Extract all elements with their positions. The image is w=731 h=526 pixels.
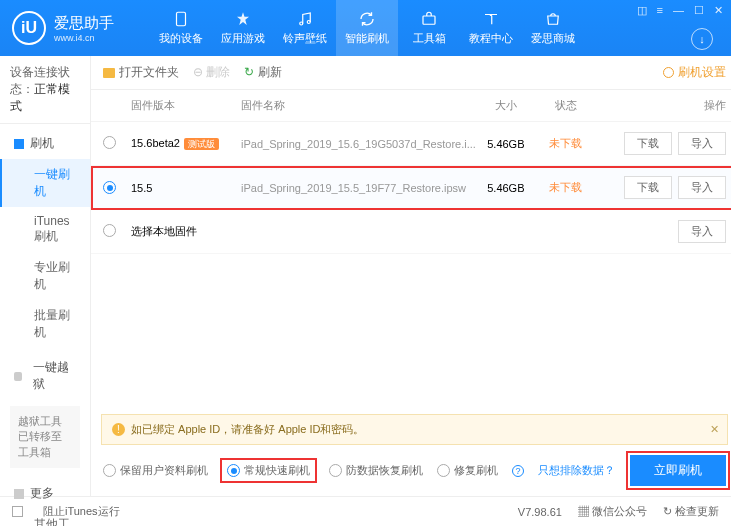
nav-apps[interactable]: 应用游戏 [212, 0, 274, 56]
beta-tag: 测试版 [184, 138, 219, 150]
warning-icon: ! [112, 423, 125, 436]
close-notice-icon[interactable]: ✕ [710, 423, 719, 436]
mode-keep-data[interactable]: 保留用户资料刷机 [103, 463, 208, 478]
gear-icon [663, 67, 674, 78]
sidebar-item-oneclick[interactable]: 一键刷机 [0, 159, 90, 207]
sidebar-group-jailbreak[interactable]: 一键越狱 [0, 352, 90, 400]
mode-repair[interactable]: 修复刷机 [437, 463, 498, 478]
svg-rect-3 [423, 16, 435, 24]
nav-flash[interactable]: 智能刷机 [336, 0, 398, 56]
refresh-button[interactable]: ↻ 刷新 [244, 64, 281, 81]
info-icon[interactable]: ? [512, 465, 524, 477]
local-firmware-row[interactable]: 选择本地固件 导入 [91, 210, 731, 254]
nav-ringtones[interactable]: 铃声壁纸 [274, 0, 336, 56]
svg-rect-0 [177, 12, 186, 26]
version-label: V7.98.61 [518, 506, 562, 518]
app-url: www.i4.cn [54, 33, 114, 43]
th-version: 固件版本 [131, 98, 241, 113]
maximize-icon[interactable]: ☐ [692, 4, 706, 17]
app-name: 爱思助手 [54, 14, 114, 33]
download-indicator-icon[interactable]: ↓ [691, 28, 713, 50]
exclude-data-link[interactable]: 只想排除数据？ [538, 463, 615, 478]
skin-icon[interactable]: ◫ [635, 4, 649, 17]
nav-tutorials[interactable]: 教程中心 [460, 0, 522, 56]
firmware-row[interactable]: 15.6beta2测试版 iPad_Spring_2019_15.6_19G50… [91, 122, 731, 166]
jailbreak-note: 越狱工具已转移至工具箱 [10, 406, 80, 468]
sidebar-item-itunes[interactable]: iTunes刷机 [0, 207, 90, 252]
sidebar-group-flash[interactable]: 刷机 [0, 128, 90, 159]
row-radio[interactable] [103, 136, 116, 149]
wechat-link[interactable]: ▦ 微信公众号 [578, 504, 647, 519]
flash-now-button[interactable]: 立即刷机 [630, 455, 726, 486]
flash-settings-button[interactable]: 刷机设置 [663, 64, 726, 81]
delete-button: ⊖ 删除 [193, 64, 230, 81]
open-folder-button[interactable]: 打开文件夹 [103, 64, 179, 81]
svg-point-1 [300, 22, 303, 25]
app-logo: iU [12, 11, 46, 45]
nav-shop[interactable]: 爱思商城 [522, 0, 584, 56]
import-button[interactable]: 导入 [678, 220, 726, 243]
svg-point-2 [307, 21, 310, 24]
download-button[interactable]: 下载 [624, 132, 672, 155]
import-button[interactable]: 导入 [678, 176, 726, 199]
sidebar-item-batch[interactable]: 批量刷机 [0, 300, 90, 348]
row-radio[interactable] [103, 181, 116, 194]
mode-normal[interactable]: 常规快速刷机 [222, 460, 315, 481]
th-size: 大小 [476, 98, 536, 113]
block-itunes-checkbox[interactable] [12, 506, 23, 517]
check-update-link[interactable]: ↻ 检查更新 [663, 504, 719, 519]
close-icon[interactable]: ✕ [712, 4, 725, 17]
block-itunes-label: 阻止iTunes运行 [43, 504, 120, 519]
menu-icon[interactable]: ≡ [655, 4, 665, 17]
import-button[interactable]: 导入 [678, 132, 726, 155]
appleid-notice: ! 如已绑定 Apple ID，请准备好 Apple ID和密码。 ✕ [101, 414, 728, 445]
firmware-row[interactable]: 15.5 iPad_Spring_2019_15.5_19F77_Restore… [91, 166, 731, 210]
th-name: 固件名称 [241, 98, 476, 113]
th-status: 状态 [536, 98, 596, 113]
nav-toolbox[interactable]: 工具箱 [398, 0, 460, 56]
nav-my-device[interactable]: 我的设备 [150, 0, 212, 56]
minimize-icon[interactable]: — [671, 4, 686, 17]
folder-icon [103, 68, 115, 78]
row-radio[interactable] [103, 224, 116, 237]
download-button[interactable]: 下载 [624, 176, 672, 199]
connection-status: 设备连接状态：正常模式 [0, 56, 90, 124]
sidebar-item-pro[interactable]: 专业刷机 [0, 252, 90, 300]
mode-anti-recovery[interactable]: 防数据恢复刷机 [329, 463, 423, 478]
th-ops: 操作 [596, 98, 726, 113]
